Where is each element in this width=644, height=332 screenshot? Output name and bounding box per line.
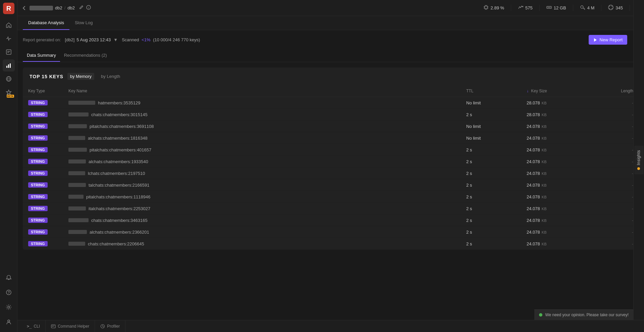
sidebar-item-network[interactable] (3, 73, 15, 85)
cell-length-4: - (588, 144, 639, 156)
tab-database-analysis[interactable]: Database Analysis (23, 16, 69, 30)
back-button[interactable] (21, 5, 27, 11)
info-icon[interactable]: i (86, 5, 91, 11)
cell-ttl-8: 2 s (461, 191, 521, 203)
report-dropdown-icon[interactable]: ▼ (113, 37, 118, 42)
cli-button[interactable]: >_ CLI (21, 320, 46, 332)
svg-text:R: R (6, 5, 11, 12)
col-header-type: Key Type (23, 85, 63, 97)
cell-size-8: 24.078 KB (521, 191, 588, 203)
table-row[interactable]: STRING alchats:chatmembers:1816348 No li… (23, 132, 639, 144)
table-row[interactable]: STRING lchats:chatmembers:2197510 2 s 24… (23, 168, 639, 179)
size-unit-5: KB (541, 160, 547, 164)
table-row[interactable]: STRING chats:chatmembers:3463165 2 s 24.… (23, 215, 639, 226)
tab-slow-log[interactable]: Slow Log (69, 16, 98, 30)
sidebar-item-edit[interactable] (3, 46, 15, 58)
cell-name-12: chats:chatmembers:2206645 (63, 238, 461, 250)
svg-line-32 (584, 8, 585, 9)
table-row[interactable]: STRING pitalchats:chatmembers:401657 2 s… (23, 144, 639, 156)
cell-size-3: 24.078 KB (521, 132, 588, 144)
bottom-bar: >_ CLI Command Helper Profiler (17, 320, 644, 332)
svg-marker-38 (594, 38, 597, 42)
table-row[interactable]: STRING hatmembers:3535129 No limit 28.07… (23, 97, 639, 109)
topbar: db2 / db2 i (17, 0, 644, 16)
sidebar-settings[interactable] (3, 301, 15, 313)
breadcrumb-redacted (30, 6, 53, 10)
table-row[interactable]: STRING chats:chatmembers:3015145 2 s 28.… (23, 109, 639, 121)
survey-banner[interactable]: We need your opinion. Please take our su… (534, 310, 633, 320)
key-name-suffix-10: chats:chatmembers:3463165 (91, 218, 148, 223)
new-report-button[interactable]: New Report (589, 35, 627, 45)
cell-name-11: alchats:chatmembers:2366201 (63, 226, 461, 238)
cell-ttl-10: 2 s (461, 215, 521, 226)
edit-icon[interactable] (79, 5, 84, 11)
breadcrumb-db: db2 (55, 5, 62, 10)
stat-cpu: 2.89 % (477, 5, 511, 11)
sidebar-help[interactable]: ? (3, 286, 15, 298)
table-header-row: Key Type Key Name TTL ↓ Key Size Length (23, 85, 639, 97)
sidebar-user[interactable] (3, 316, 15, 328)
type-badge-2: STRING (28, 124, 48, 129)
breadcrumb-separator: / (64, 5, 66, 10)
cell-ttl-7: 2 s (461, 179, 521, 191)
cell-size-2: 24.078 KB (521, 121, 588, 132)
sidebar-notifications[interactable] (3, 272, 15, 284)
keys-data-table: Key Type Key Name TTL ↓ Key Size Length (23, 85, 639, 250)
cell-size-1: 28.078 KB (521, 109, 588, 121)
scanned-detail: (10 000/4 246 770 keys) (153, 37, 200, 42)
key-name-suffix-0: hatmembers:3535129 (98, 100, 140, 105)
sub-tab-data-summary[interactable]: Data Summary (23, 49, 60, 62)
cell-type-8: STRING (23, 191, 63, 203)
cell-name-4: pitalchats:chatmembers:401657 (63, 144, 461, 156)
table-row[interactable]: STRING chats:chatmembers:2206645 2 s 24.… (23, 238, 639, 250)
table-body: STRING hatmembers:3535129 No limit 28.07… (23, 97, 639, 250)
key-name-blur-12 (68, 242, 85, 246)
profiler-button[interactable]: Profiler (95, 320, 125, 332)
table-row[interactable]: STRING italchats:chatmembers:2253027 2 s… (23, 203, 639, 215)
sort-by-length-button[interactable]: by Length (98, 73, 123, 80)
size-unit-2: KB (541, 125, 547, 129)
sidebar-item-beta[interactable] (3, 86, 15, 98)
app-logo[interactable]: R (3, 3, 14, 15)
sub-tab-recommendations[interactable]: Recommendations (2) (60, 49, 111, 62)
cell-type-6: STRING (23, 168, 63, 179)
scanned-info: Scanned <1% (10 000/4 246 770 keys) (122, 37, 200, 42)
cell-type-12: STRING (23, 238, 63, 250)
sidebar-item-activity[interactable] (3, 33, 15, 45)
report-header: Report generated on: [db2] 5 Aug 2023 12… (17, 30, 644, 49)
col-header-size[interactable]: ↓ Key Size (521, 85, 588, 97)
connections-icon (518, 5, 523, 11)
cell-length-5: - (588, 156, 639, 168)
cell-name-1: chats:chatmembers:3015145 (63, 109, 461, 121)
sidebar-item-analysis[interactable] (3, 59, 15, 72)
svg-text:?: ? (7, 290, 10, 294)
cell-length-8: - (588, 191, 639, 203)
stat-keys: 4 M (573, 5, 602, 11)
table-row[interactable]: STRING alchats:chatmembers:2366201 2 s 2… (23, 226, 639, 238)
command-helper-button[interactable]: Command Helper (46, 320, 95, 332)
sidebar-item-home[interactable] (3, 19, 15, 31)
table-row[interactable]: STRING alchats:chatmembers:1933540 2 s 2… (23, 156, 639, 168)
table-row[interactable]: STRING pitalchats:chatmembers:1118946 2 … (23, 191, 639, 203)
col-header-name: Key Name (63, 85, 461, 97)
type-badge-8: STRING (28, 194, 48, 199)
key-name-suffix-9: italchats:chatmembers:2253027 (89, 206, 150, 211)
insights-tab[interactable]: Insights (634, 146, 643, 174)
table-row[interactable]: STRING pitalchats:chatmembers:3691108 No… (23, 121, 639, 132)
type-badge-5: STRING (28, 159, 48, 164)
cell-ttl-4: 2 s (461, 144, 521, 156)
cell-ttl-9: 2 s (461, 203, 521, 215)
table-row[interactable]: STRING talchats:chatmembers:2166591 2 s … (23, 179, 639, 191)
main-content: db2 / db2 i (17, 0, 644, 332)
size-unit-3: KB (541, 136, 547, 140)
table-container[interactable]: TOP 15 KEYS by Memory by Length Key Type… (17, 62, 644, 320)
size-unit-4: KB (541, 148, 547, 152)
cell-ttl-2: No limit (461, 121, 521, 132)
type-badge-9: STRING (28, 206, 48, 211)
cell-length-3: - (588, 132, 639, 144)
key-name-suffix-11: alchats:chatmembers:2366201 (90, 230, 149, 235)
sort-by-memory-button[interactable]: by Memory (67, 73, 94, 80)
cpu-icon (483, 5, 489, 11)
cell-length-7: - (588, 179, 639, 191)
insights-notification-dot (637, 167, 640, 170)
